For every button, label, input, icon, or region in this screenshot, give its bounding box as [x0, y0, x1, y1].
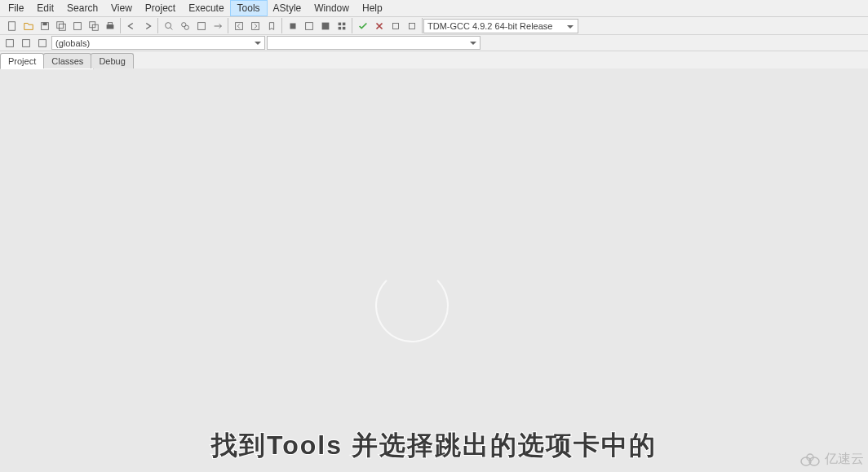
nav-forward-icon[interactable]	[248, 19, 263, 33]
rebuild-icon[interactable]	[334, 19, 349, 33]
menu-view[interactable]: View	[104, 1, 139, 15]
undo-icon[interactable]	[124, 19, 139, 33]
secondary-toolbar: (globals)	[0, 35, 868, 51]
menu-project[interactable]: Project	[139, 1, 182, 15]
svg-rect-14	[198, 22, 206, 29]
menubar: File Edit Search View Project Execute To…	[0, 0, 868, 17]
svg-rect-24	[393, 23, 399, 29]
debug-step-icon[interactable]	[388, 19, 403, 33]
save-all-icon[interactable]	[54, 19, 69, 33]
loading-spinner-icon	[375, 269, 449, 342]
svg-rect-9	[108, 22, 112, 24]
compile-icon[interactable]	[286, 19, 300, 33]
compiler-select-value: TDM-GCC 4.9.2 64-bit Release	[427, 21, 552, 31]
bookmark-icon[interactable]	[264, 19, 279, 33]
debug-continue-icon[interactable]	[405, 19, 419, 33]
svg-rect-0	[9, 21, 16, 30]
svg-rect-2	[42, 22, 46, 25]
watermark-text: 亿速云	[825, 451, 864, 468]
main-toolbar: TDM-GCC 4.9.2 64-bit Release	[0, 17, 868, 35]
svg-rect-16	[252, 22, 259, 29]
open-file-icon[interactable]	[21, 19, 36, 33]
save-icon[interactable]	[38, 19, 52, 33]
print-icon[interactable]	[103, 19, 117, 33]
member-selector[interactable]	[267, 36, 480, 50]
nav-back-icon[interactable]	[232, 19, 246, 33]
menu-file[interactable]: File	[2, 1, 30, 15]
svg-rect-4	[59, 24, 65, 30]
svg-rect-23	[343, 26, 346, 29]
close-all-icon[interactable]	[86, 19, 101, 33]
svg-rect-21	[343, 22, 346, 25]
menu-astyle[interactable]: AStyle	[267, 1, 308, 15]
find-in-files-icon[interactable]	[194, 19, 209, 33]
svg-rect-19	[322, 22, 330, 29]
svg-rect-3	[57, 21, 64, 28]
svg-rect-28	[39, 39, 46, 46]
debug-stop-icon[interactable]	[372, 19, 387, 33]
watermark: 亿速云	[799, 451, 864, 468]
menu-execute[interactable]: Execute	[182, 1, 230, 15]
compiler-selector[interactable]: TDM-GCC 4.9.2 64-bit Release	[423, 19, 578, 33]
tab-classes[interactable]: Classes	[43, 53, 91, 68]
compile-run-icon[interactable]	[318, 19, 333, 33]
run-icon[interactable]	[302, 19, 317, 33]
close-file-icon[interactable]	[70, 19, 85, 33]
scope-selector[interactable]: (globals)	[51, 36, 265, 50]
debug-check-icon[interactable]	[356, 19, 370, 33]
menu-edit[interactable]: Edit	[30, 1, 60, 15]
redo-icon[interactable]	[140, 19, 155, 33]
svg-rect-5	[74, 22, 82, 29]
menu-search[interactable]: Search	[60, 1, 104, 15]
tab-debug[interactable]: Debug	[91, 53, 133, 68]
svg-rect-17	[290, 23, 296, 29]
replace-icon[interactable]	[178, 19, 193, 33]
svg-point-13	[184, 25, 188, 29]
svg-point-10	[166, 22, 171, 28]
side-tabs: Project Classes Debug	[0, 51, 868, 68]
video-subtitle: 找到Tools 并选择跳出的选项卡中的	[211, 428, 657, 464]
svg-rect-8	[107, 24, 114, 29]
new-file-icon[interactable]	[5, 19, 20, 33]
svg-rect-15	[236, 22, 243, 29]
goto-next-icon[interactable]	[19, 36, 33, 51]
svg-rect-26	[7, 39, 14, 46]
goto-prev-icon[interactable]	[2, 36, 17, 51]
goto-def-icon[interactable]	[35, 36, 50, 51]
editor-workspace: 找到Tools 并选择跳出的选项卡中的 亿速云	[0, 69, 868, 472]
svg-rect-25	[410, 23, 415, 29]
menu-window[interactable]: Window	[308, 1, 356, 15]
menu-help[interactable]: Help	[356, 1, 389, 15]
svg-line-11	[170, 27, 173, 29]
menu-tools[interactable]: Tools	[231, 1, 267, 15]
tab-project[interactable]: Project	[0, 53, 44, 68]
scope-select-value: (globals)	[55, 38, 90, 48]
watermark-cloud-icon	[799, 452, 822, 467]
goto-line-icon[interactable]	[210, 19, 225, 33]
svg-rect-20	[339, 22, 342, 25]
svg-rect-27	[23, 39, 30, 46]
svg-rect-18	[306, 22, 313, 29]
svg-rect-22	[339, 26, 342, 29]
find-icon[interactable]	[162, 19, 176, 33]
